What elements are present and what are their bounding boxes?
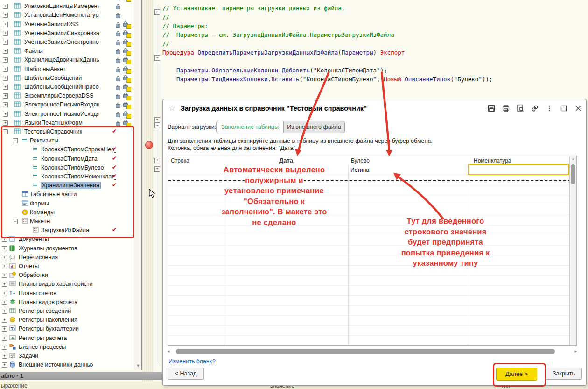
tree-item-label[interactable]: ЯзыкиПечатныхФорм <box>24 120 83 126</box>
tab-external-file[interactable]: Из внешнего файла <box>283 121 345 133</box>
tree-item[interactable]: Формы <box>0 199 142 208</box>
fold-collapse-icon[interactable]: − <box>154 9 160 15</box>
close-icon[interactable] <box>574 104 582 113</box>
more-icon[interactable] <box>545 104 553 113</box>
tree-item[interactable]: +Документы <box>0 235 142 244</box>
tree-item[interactable]: +Журналы документов <box>0 244 142 253</box>
tree-item-label[interactable]: КолонкаСТипомБулево <box>41 164 104 171</box>
tree-item-label[interactable]: КолонкаСТипомДата <box>41 156 98 162</box>
next-button[interactable]: Далее > <box>496 368 537 381</box>
tree-item-label[interactable]: ЭкземплярыСервераDSS <box>24 92 94 99</box>
help-link[interactable]: ? <box>212 358 216 365</box>
tree-item[interactable]: +Бизнес-процессы <box>0 343 142 352</box>
code-editor[interactable]: // Устанавливает параметры загрузки данн… <box>161 0 588 99</box>
tree-item[interactable]: +ХранилищеДвоичныхДанных <box>0 56 142 64</box>
expand-icon[interactable]: + <box>3 93 8 99</box>
expand-icon[interactable]: + <box>2 354 7 359</box>
tree-item[interactable]: +ШаблоныСообщений <box>0 74 142 83</box>
expand-icon[interactable]: + <box>2 291 7 296</box>
fold-expand-icon[interactable]: + <box>154 158 160 163</box>
tree-item-label[interactable]: УчетныеЗаписиЭлектроннойПочты <box>24 39 99 45</box>
expand-icon[interactable]: + <box>2 237 7 242</box>
tree-item[interactable]: −Реквизиты <box>0 136 142 145</box>
fold-expand-icon[interactable]: + <box>154 117 160 123</box>
tree-item-label[interactable]: Внешние источники данных <box>19 361 93 368</box>
horizontal-scroll-thumb[interactable] <box>176 349 555 354</box>
expand-icon[interactable]: + <box>2 362 7 368</box>
tree-item[interactable]: КолонкаСТипомДата✔ <box>0 155 142 163</box>
tree-item[interactable]: +Планы видов характеристик <box>0 280 142 289</box>
tree-item-label[interactable]: УчетныеЗаписиDSS <box>24 21 79 28</box>
tree-item[interactable]: Команды <box>0 208 142 217</box>
expand-icon[interactable]: + <box>3 13 8 18</box>
tree-item[interactable]: +УпаковкиЕдиницыИзмерения <box>0 2 142 11</box>
scroll-left-icon[interactable]: ◂ <box>168 349 170 354</box>
tree-item-label[interactable]: Обработки <box>19 272 48 278</box>
tree-item-label[interactable]: Регистры расчета <box>19 335 67 341</box>
tree-item-label[interactable]: Планы видов характеристик <box>19 281 93 287</box>
expand-icon[interactable]: + <box>3 67 8 72</box>
expand-icon[interactable]: + <box>2 309 7 314</box>
tree-item[interactable]: +ШаблоныАнкет <box>0 65 142 74</box>
tree-item[interactable]: +ЯзыкиПечатныхФорм <box>0 119 142 127</box>
tree-item-label[interactable]: ЭлектронноеПисьмоВходящееПри_ <box>24 101 99 108</box>
tree-item[interactable]: +ШаблоныСообщенийПрисоединенн_ <box>0 83 142 92</box>
tree-item-label[interactable]: Бизнес-процессы <box>19 344 66 350</box>
tree-item[interactable]: +ЭкземплярыСервераDSS <box>0 92 142 100</box>
expand-icon[interactable]: + <box>3 102 8 107</box>
expand-icon[interactable]: + <box>3 76 8 81</box>
tree-item[interactable]: КолонкаСТипомНоменклат_✔ <box>0 172 142 181</box>
tree-item[interactable]: +Файлы <box>0 47 142 56</box>
expand-icon[interactable]: + <box>3 4 8 9</box>
active-cell[interactable] <box>468 164 569 175</box>
collapse-icon[interactable]: − <box>13 138 18 143</box>
tree-item-label[interactable]: ШаблоныАнкет <box>24 66 65 72</box>
expand-icon[interactable]: + <box>3 22 8 27</box>
tree-item-label[interactable]: ХранилищеЗначения <box>41 182 100 189</box>
expand-icon[interactable]: + <box>3 57 8 63</box>
fold-expand-icon[interactable]: + <box>154 166 160 172</box>
tree-item-label[interactable]: УчетныеЗаписиСинхронизацииФа_ <box>24 30 99 36</box>
breakpoint-icon[interactable] <box>145 141 153 149</box>
tree-item[interactable]: −ТестовыйСправочник✔ <box>0 127 142 136</box>
tree-item-label[interactable]: Команды <box>30 209 55 216</box>
tree-item[interactable]: +УчетныеЗаписиЭлектроннойПочты <box>0 38 142 47</box>
expand-icon[interactable]: + <box>2 300 7 305</box>
tree-item-label[interactable]: УстановкаЦенНоменклатурыПрис_ <box>24 12 99 18</box>
tree-item[interactable]: +Задачи <box>0 352 142 361</box>
tree-item[interactable]: +Отчеты <box>0 262 142 271</box>
tree-item[interactable]: +УстановкаЦенНоменклатурыПрис_ <box>0 11 142 20</box>
fold-collapse-icon[interactable]: − <box>154 123 160 128</box>
tree-item-label[interactable]: ШаблоныСообщенийПрисоединенн_ <box>24 84 99 90</box>
save-icon[interactable] <box>487 104 496 113</box>
tree-item[interactable]: +Обработки <box>0 271 142 280</box>
close-button[interactable]: Закрыть <box>546 368 582 380</box>
tree-item-label[interactable]: УпаковкиЕдиницыИзмерения <box>24 3 99 9</box>
tree-item[interactable]: +ЭлектронноеПисьмоВходящееПри_ <box>0 100 142 109</box>
expand-icon[interactable]: + <box>2 255 7 260</box>
tree-item[interactable]: ЗагрузкаИзФайла✔ <box>0 226 142 235</box>
tree-item-label[interactable]: Регистры сведений <box>19 308 71 314</box>
tree-item[interactable]: +Регистры расчета <box>0 334 142 343</box>
expand-icon[interactable]: + <box>3 49 8 54</box>
tree-scrollbar[interactable]: ▼ <box>134 0 142 370</box>
tree-item[interactable]: Табличные части <box>0 190 142 199</box>
expand-icon[interactable]: + <box>3 112 8 117</box>
edit-form-link[interactable]: Изменить бланк <box>168 358 212 365</box>
tree-item-label[interactable]: ТестовыйСправочник <box>24 128 82 135</box>
tree-item[interactable]: +Внешние источники данных <box>0 361 142 369</box>
expand-icon[interactable]: + <box>3 40 8 45</box>
tree-item[interactable]: +УчетныеЗаписиСинхронизацииФа_ <box>0 29 142 38</box>
expand-icon[interactable]: + <box>3 85 8 90</box>
print-icon[interactable] <box>502 104 510 113</box>
tree-item[interactable]: КолонкаСТипомСтрокаНео_✔ <box>0 145 142 154</box>
tree-item-label[interactable]: Макеты <box>30 218 50 225</box>
tab-fill-table[interactable]: Заполнение таблицы <box>216 121 284 133</box>
tree-item-label[interactable]: Табличные части <box>30 191 77 198</box>
favorite-star-icon[interactable]: ☆ <box>168 103 175 113</box>
tree-item-label[interactable]: Формы <box>30 200 49 207</box>
preview-icon[interactable] <box>516 104 525 113</box>
scroll-down-icon[interactable]: ▼ <box>134 362 142 369</box>
collapse-icon[interactable]: − <box>13 219 18 224</box>
maximize-icon[interactable] <box>560 104 568 113</box>
